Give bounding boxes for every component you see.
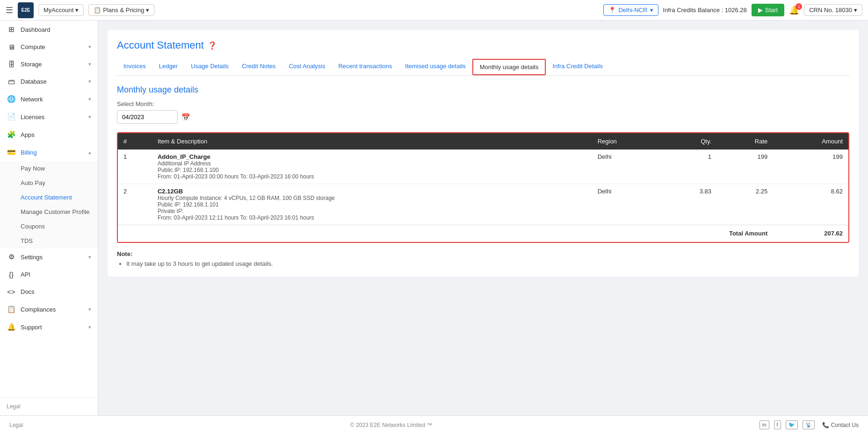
row-rate: 199 [717, 149, 773, 184]
sidebar-item-apps[interactable]: 🧩 Apps [0, 126, 98, 143]
tab-credit-notes[interactable]: Credit Notes [235, 59, 282, 75]
tab-infra-credit[interactable]: Infra Credit Details [546, 59, 609, 75]
sidebar-item-label: Billing [21, 149, 37, 156]
top-navigation: ☰ E2E MyAccount ▾ 📋 Plans & Pricing ▾ 📍 … [0, 0, 868, 21]
contact-us-button[interactable]: 📞 Contact Us [822, 422, 859, 428]
col-item-desc: Item & Description [152, 133, 592, 149]
sidebar-item-label: Licenses [21, 114, 44, 121]
plans-label: Plans & Pricing [103, 7, 144, 14]
row-qty: 1 [663, 149, 717, 184]
table-row: 1 Addon_IP_Charge Additional IP Address … [118, 149, 848, 184]
account-statement-card: Account Statement ❓ Invoices Ledger Usag… [108, 30, 859, 277]
region-selector[interactable]: 📍 Delhi-NCR ▾ [603, 4, 658, 16]
sidebar-item-label: Compute [21, 43, 45, 50]
col-num: # [118, 133, 152, 149]
compliances-icon: 📋 [7, 305, 16, 313]
item-name: C2.12GB [158, 188, 586, 195]
row-region: Delhi [592, 149, 663, 184]
help-icon[interactable]: ❓ [208, 41, 217, 50]
sidebar-item-settings[interactable]: ⚙ Settings ▾ [0, 248, 98, 266]
ip-value-blurred: 192.168.1.101 [183, 201, 219, 208]
start-icon: ▶ [758, 7, 763, 14]
item-from-to: From: 03-April-2023 12:11 hours To: 03-A… [158, 214, 586, 221]
compute-icon: 🖥 [7, 43, 16, 51]
sidebar-item-label: Database [21, 78, 47, 85]
row-rate: 2.25 [717, 184, 773, 225]
licenses-icon: 📄 [7, 113, 16, 121]
footer-legal[interactable]: Legal [9, 422, 23, 428]
row-item-desc: Addon_IP_Charge Additional IP Address Pu… [152, 149, 592, 184]
sidebar-item-network[interactable]: 🌐 Network ▾ [0, 90, 98, 108]
footer-social: in f 🐦 📡 [760, 420, 815, 429]
chevron-down-icon: ▾ [88, 324, 91, 330]
topnav-left: ☰ E2E MyAccount ▾ 📋 Plans & Pricing ▾ [6, 2, 154, 18]
rss-icon[interactable]: 📡 [803, 420, 815, 429]
linkedin-icon[interactable]: in [760, 420, 769, 429]
item-sub-desc: Hourly Compute Instance: 4 vCPUs, 12 GB … [158, 195, 586, 201]
sidebar-item-support[interactable]: 🔔 Support ▾ [0, 318, 98, 336]
sidebar-subitem-manage-customer-profile[interactable]: Manage Customer Profile [0, 205, 98, 219]
item-from-to: From: 01-April-2023 00:00 hours To: 03-A… [158, 173, 586, 180]
sidebar-item-label: Dashboard [21, 26, 51, 33]
tab-itemised-usage[interactable]: Itemised usage details [398, 59, 472, 75]
tab-recent-transactions[interactable]: Recent transactions [332, 59, 398, 75]
sidebar-subitem-pay-now[interactable]: Pay Now [0, 161, 98, 176]
usage-table: # Item & Description Region Qty. Rate Am… [118, 133, 848, 242]
page-title: Account Statement ❓ [117, 39, 849, 51]
docs-icon: <> [7, 288, 16, 296]
sidebar-item-api[interactable]: {} API [0, 266, 98, 283]
chevron-down-icon: ▾ [88, 254, 91, 260]
sidebar-item-database[interactable]: 🗃 Database ▾ [0, 73, 98, 90]
location-icon: 📍 [608, 7, 616, 14]
sidebar-subitem-tds[interactable]: TDS [0, 234, 98, 248]
sidebar-subitem-coupons[interactable]: Coupons [0, 219, 98, 234]
sidebar: ⊞ Dashboard 🖥 Compute ▾ 🗄 Storage ▾ 🗃 Da… [0, 21, 98, 415]
contact-label: Contact Us [831, 422, 859, 428]
table-header-row: # Item & Description Region Qty. Rate Am… [118, 133, 848, 149]
hamburger-menu[interactable]: ☰ [6, 5, 13, 15]
tab-usage-details[interactable]: Usage Details [184, 59, 235, 75]
page-title-text: Account Statement [117, 39, 204, 51]
sidebar-item-docs[interactable]: <> Docs [0, 283, 98, 300]
billing-submenu: Pay Now Auto Pay Account Statement Manag… [0, 161, 98, 248]
sidebar-item-storage[interactable]: 🗄 Storage ▾ [0, 56, 98, 73]
tab-invoices[interactable]: Invoices [117, 59, 152, 75]
database-icon: 🗃 [7, 78, 16, 85]
row-num: 1 [118, 149, 152, 184]
sidebar-item-compute[interactable]: 🖥 Compute ▾ [0, 38, 98, 56]
tab-ledger[interactable]: Ledger [152, 59, 184, 75]
plans-pricing-button[interactable]: 📋 Plans & Pricing ▾ [88, 4, 154, 16]
sidebar-item-licenses[interactable]: 📄 Licenses ▾ [0, 108, 98, 126]
topnav-right: 📍 Delhi-NCR ▾ Infra Credits Balance : 10… [603, 4, 862, 16]
sidebar-subitem-auto-pay[interactable]: Auto Pay [0, 176, 98, 190]
dashboard-icon: ⊞ [7, 25, 16, 34]
crn-button[interactable]: CRN No. 18030 ▾ [804, 4, 862, 16]
start-button[interactable]: ▶ Start [752, 4, 784, 16]
sidebar-item-compliances[interactable]: 📋 Compliances ▾ [0, 300, 98, 318]
facebook-icon[interactable]: f [774, 420, 781, 429]
sidebar-item-dashboard[interactable]: ⊞ Dashboard [0, 21, 98, 38]
myaccount-label: MyAccount [43, 7, 73, 14]
notification-button[interactable]: 🔔 1 [789, 5, 799, 15]
ip-value-blurred: 192.168.1.100 [183, 167, 219, 173]
footer: Legal © 2023 E2E Networks Limited ™ in f… [0, 415, 868, 434]
sidebar-subitem-account-statement[interactable]: Account Statement [0, 190, 98, 205]
tab-monthly-usage[interactable]: Monthly usage details [472, 59, 546, 75]
month-date-input[interactable] [117, 110, 178, 124]
sidebar-item-billing[interactable]: 💳 Billing ▴ [0, 143, 98, 161]
sidebar-item-label: Apps [21, 131, 35, 138]
chevron-down-icon: ▾ [88, 114, 91, 120]
item-name: Addon_IP_Charge [158, 153, 586, 160]
twitter-icon[interactable]: 🐦 [786, 420, 798, 429]
crn-label: CRN No. 18030 [809, 7, 852, 14]
chevron-down-icon: ▾ [88, 306, 91, 313]
table-row: 2 C2.12GB Hourly Compute Instance: 4 vCP… [118, 184, 848, 225]
row-amount: 199 [773, 149, 848, 184]
myaccount-button[interactable]: MyAccount ▾ [38, 4, 84, 16]
calendar-icon[interactable]: 📅 [181, 113, 190, 121]
tab-cost-analysis[interactable]: Cost Analysis [282, 59, 332, 75]
chevron-down-icon: ▾ [88, 78, 91, 85]
row-region: Delhi [592, 184, 663, 225]
plans-icon: 📋 [94, 7, 101, 14]
legal-link[interactable]: Legal [7, 403, 20, 410]
